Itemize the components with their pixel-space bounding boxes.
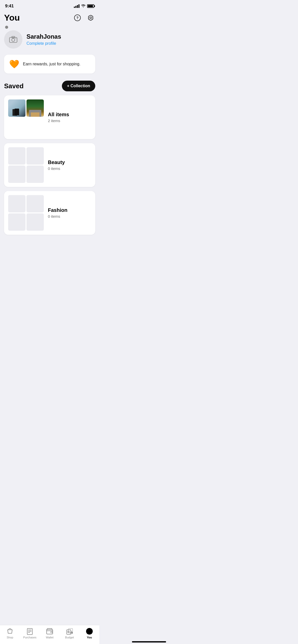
fashion-info: Fashion 0 items [48, 207, 91, 218]
username: SarahJonas [26, 33, 61, 40]
svg-point-3 [12, 38, 15, 41]
question-icon: ? [74, 14, 81, 21]
fashion-image-3 [8, 213, 25, 231]
gear-icon [87, 14, 94, 21]
add-collection-button[interactable]: + Collection [62, 81, 95, 91]
fashion-images [8, 195, 44, 231]
header-row: You ? [4, 11, 95, 26]
status-time: 9:41 [5, 4, 14, 9]
saved-header: Saved + Collection [4, 81, 95, 91]
profile-section: SarahJonas Complete profile [4, 30, 95, 49]
collection-count-all-items: 2 items [48, 119, 91, 123]
profile-info: SarahJonas Complete profile [26, 33, 61, 46]
fashion-image-2 [26, 195, 44, 212]
rewards-emoji: 🧡 [9, 59, 19, 69]
camera-icon [9, 36, 17, 43]
avatar[interactable] [4, 30, 22, 49]
saved-title: Saved [4, 82, 24, 90]
rewards-text: Earn rewards, just for shopping. [23, 62, 80, 66]
notification-dot [5, 26, 8, 29]
collection-card-beauty[interactable]: Beauty 0 items [4, 143, 95, 187]
svg-point-5 [16, 38, 16, 39]
beauty-info: Beauty 0 items [48, 159, 91, 171]
beauty-images [8, 147, 44, 183]
wifi-icon [81, 4, 86, 8]
page-title: You [4, 13, 20, 23]
main-content: You ? [0, 11, 99, 262]
settings-button[interactable] [86, 13, 95, 22]
rewards-banner[interactable]: 🧡 Earn rewards, just for shopping. [4, 55, 95, 74]
all-items-info: All items 2 items [48, 112, 91, 123]
beauty-image-2 [26, 147, 44, 165]
status-bar: 9:41 [0, 0, 99, 11]
svg-text:?: ? [76, 16, 79, 20]
beauty-image-3 [8, 166, 25, 183]
fashion-image-1 [8, 195, 25, 212]
beauty-image-1 [8, 147, 25, 165]
all-items-image-2 [26, 99, 44, 117]
collection-card-all-items[interactable]: All items 2 items [4, 95, 95, 139]
collection-card-fashion[interactable]: Fashion 0 items [4, 191, 95, 235]
collection-count-beauty: 0 items [48, 166, 91, 171]
beauty-image-4 [26, 166, 44, 183]
signal-bars-icon [74, 4, 79, 8]
help-button[interactable]: ? [73, 13, 82, 22]
header-actions: ? [73, 13, 95, 22]
collection-count-fashion: 0 items [48, 214, 91, 218]
collection-name-all-items: All items [48, 112, 91, 118]
collection-name-fashion: Fashion [48, 207, 91, 213]
complete-profile-link[interactable]: Complete profile [26, 41, 61, 46]
all-items-image-1 [8, 99, 25, 117]
fashion-image-4 [26, 213, 44, 231]
all-items-images [8, 99, 44, 135]
battery-icon [87, 4, 94, 8]
collection-name-beauty: Beauty [48, 159, 91, 165]
status-icons [74, 4, 94, 8]
